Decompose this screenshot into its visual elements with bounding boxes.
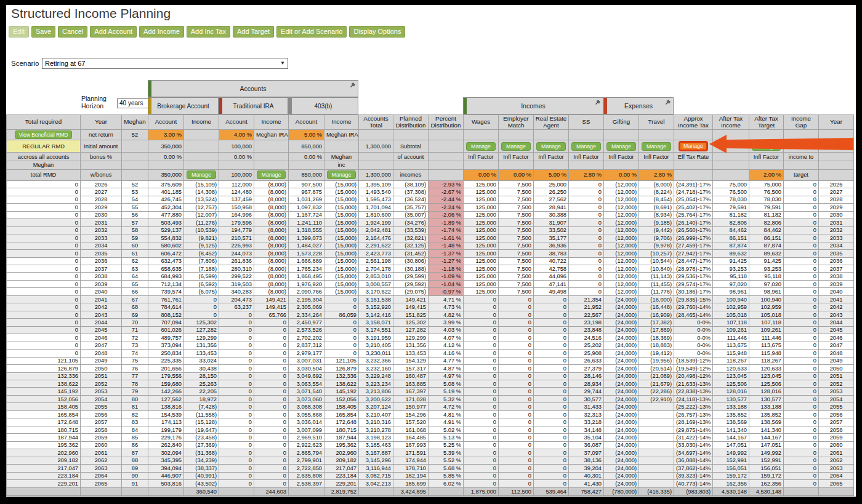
cell: 35,177 bbox=[534, 234, 569, 242]
subheader-cell bbox=[819, 161, 854, 170]
cell: 107,118 bbox=[749, 319, 784, 326]
manage-button[interactable]: Manage bbox=[257, 170, 286, 179]
manage-income-tax-button[interactable]: Manage bbox=[679, 141, 708, 151]
cell: (11,558) bbox=[184, 410, 219, 418]
cell: 4.73 % bbox=[429, 303, 464, 311]
cell: 0 bbox=[7, 211, 81, 218]
cell: -2.93 % bbox=[429, 180, 464, 188]
cell: 39,204 bbox=[569, 465, 604, 472]
cell: 115,948 bbox=[713, 350, 749, 357]
cell: 0 bbox=[534, 350, 569, 357]
manage-button[interactable]: Manage bbox=[187, 170, 216, 179]
manage-button[interactable]: Manage bbox=[606, 142, 636, 151]
manage-button[interactable]: Manage bbox=[327, 170, 356, 179]
toolbar-button-display-options[interactable]: Display Options bbox=[349, 26, 405, 38]
toolbar-button-add-target[interactable]: Add Target bbox=[233, 26, 274, 38]
cell: (24,000) bbox=[604, 342, 639, 349]
column-header-income-gap: Income Gap bbox=[784, 115, 819, 130]
subheader-cell: Manage bbox=[569, 140, 604, 153]
scenario-select[interactable]: ▼ Retiring at 67 bbox=[42, 58, 288, 69]
toolbar-button-edit[interactable]: Edit bbox=[9, 26, 29, 38]
cell: (24,000) bbox=[604, 365, 639, 372]
cell: 0 bbox=[219, 465, 254, 472]
cell: 3,158,071 bbox=[359, 319, 393, 326]
subheader-cell bbox=[429, 130, 464, 140]
toolbar-button-cancel[interactable]: Cancel bbox=[58, 26, 87, 38]
manage-button[interactable]: Manage bbox=[536, 142, 566, 151]
toolbar-button-edit-or-add-scenario[interactable]: Edit or Add Scenario bbox=[276, 26, 347, 38]
cell: 33,502 bbox=[534, 226, 569, 234]
cell: 1,868,495 bbox=[289, 273, 324, 280]
cell: 125,000 bbox=[464, 188, 499, 196]
manage-button[interactable]: Manage bbox=[501, 142, 531, 151]
cell: 23,848 bbox=[569, 326, 604, 334]
table-row: 0204369808,1520065,7662,334,26486,0593,1… bbox=[7, 311, 854, 318]
cell: 97,020 bbox=[749, 280, 784, 287]
subheader-cell bbox=[713, 161, 749, 170]
pin-icon[interactable] bbox=[350, 81, 356, 88]
incomes-group-header[interactable]: Incomes bbox=[463, 97, 603, 114]
account-tab-brokerage-account[interactable]: Brokerage Account bbox=[148, 97, 219, 114]
cell: 0 bbox=[7, 204, 81, 211]
cell: 149,992 bbox=[713, 449, 749, 457]
manage-button[interactable]: Manage bbox=[466, 142, 496, 151]
cell: 84,462 bbox=[713, 226, 749, 234]
cell: 3,232,160 bbox=[359, 365, 393, 372]
cell: 111,446 bbox=[749, 334, 784, 342]
cell: 0 bbox=[534, 319, 569, 326]
cell: 3,210,278 bbox=[359, 426, 393, 433]
cell: 0 bbox=[499, 472, 534, 479]
cell: 0 bbox=[219, 365, 254, 372]
cell: 2035 bbox=[819, 250, 854, 257]
cell: 2063 bbox=[819, 465, 854, 472]
cell: 3,082,715 bbox=[359, 472, 393, 479]
toolbar-button-add-income[interactable]: Add Income bbox=[139, 26, 184, 38]
cell: (18,883) bbox=[639, 342, 674, 349]
cell: 0 bbox=[784, 204, 819, 211]
cell: 21,952 bbox=[569, 303, 604, 311]
cell: 0 bbox=[219, 449, 254, 457]
cell: 0 bbox=[254, 426, 289, 433]
cell: (8,000) bbox=[254, 180, 289, 188]
cell: 33,024 bbox=[184, 357, 219, 364]
cell: 165,854 bbox=[324, 410, 359, 418]
pin-icon[interactable] bbox=[665, 98, 672, 105]
cell: 0 bbox=[534, 449, 569, 457]
cell: 131,356 bbox=[393, 342, 429, 349]
expenses-group-header[interactable]: Expenses bbox=[603, 97, 674, 114]
table-row: 0202955452,304(12,757)150,958(8,000)1,09… bbox=[7, 204, 854, 211]
pin-icon[interactable] bbox=[595, 98, 602, 105]
cell bbox=[639, 426, 674, 433]
toolbar-button-add-account[interactable]: Add Account bbox=[90, 26, 137, 38]
subheader-cell: initial amount bbox=[81, 140, 122, 153]
manage-button[interactable]: Manage bbox=[752, 142, 781, 151]
account-tab-traditional-ira[interactable]: Traditional IRA bbox=[219, 97, 288, 114]
cell: 2031 bbox=[81, 219, 122, 226]
cell: 90 bbox=[122, 472, 148, 479]
account-tab-403-b[interactable]: 403(b) bbox=[288, 97, 358, 114]
cell: 4.03 % bbox=[429, 326, 464, 334]
accounts-group-title: Accounts bbox=[240, 85, 266, 92]
cell: 138,622 bbox=[324, 380, 359, 388]
toolbar-button-add-inc-tax[interactable]: Add Inc Tax bbox=[187, 26, 230, 38]
manage-button[interactable]: Manage bbox=[642, 142, 671, 151]
cell: 7,500 bbox=[499, 280, 534, 287]
cell: 72 bbox=[122, 334, 148, 342]
cell: 0 bbox=[254, 388, 289, 395]
cell: 2046 bbox=[819, 334, 854, 342]
cell bbox=[639, 434, 674, 441]
cell: (24,000) bbox=[604, 388, 639, 395]
view-beneficial-rmd-button[interactable]: View Beneficial RMD bbox=[15, 130, 71, 139]
toolbar-button-save[interactable]: Save bbox=[31, 26, 55, 38]
cell: 0 bbox=[499, 350, 534, 357]
cell: 0 bbox=[324, 326, 359, 334]
cell: 658,635 bbox=[148, 265, 184, 272]
subheader-row: accross all accountsbonus %0.00 %0.00 %0… bbox=[7, 153, 854, 161]
cell: 109,261 bbox=[713, 326, 749, 334]
cell: 0 bbox=[499, 418, 534, 426]
cell: (38,337) bbox=[184, 465, 219, 472]
cell: (8,000) bbox=[254, 211, 289, 218]
manage-button[interactable]: Manage bbox=[571, 142, 601, 151]
cell: 199,179 bbox=[148, 426, 184, 433]
accounts-group-header[interactable]: Accounts bbox=[148, 80, 358, 97]
